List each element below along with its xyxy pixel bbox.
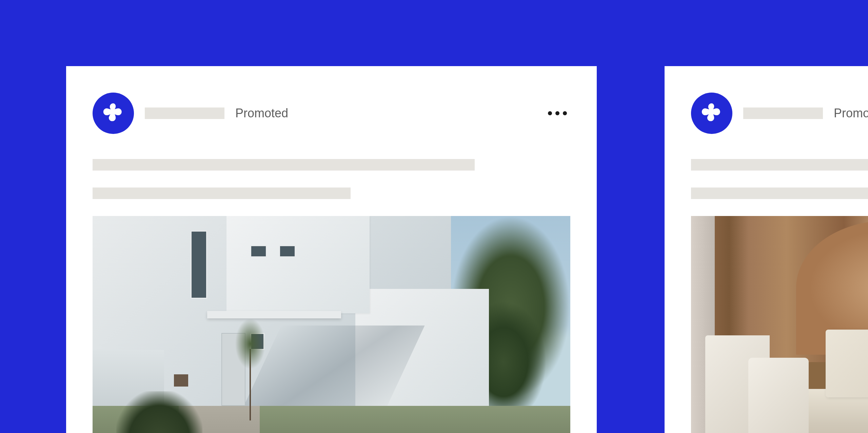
advertiser-avatar[interactable] xyxy=(691,93,732,134)
text-line-placeholder xyxy=(93,188,351,199)
post-body-placeholder xyxy=(665,134,868,199)
text-line-placeholder xyxy=(691,188,868,199)
post-body-placeholder xyxy=(66,134,597,199)
advertiser-avatar[interactable] xyxy=(93,93,134,134)
post-image[interactable] xyxy=(93,216,570,433)
promoted-label: Promoted xyxy=(834,106,868,120)
card-header: Promoted xyxy=(665,66,868,134)
text-line-placeholder xyxy=(691,159,868,171)
card-header: Promoted xyxy=(66,66,597,134)
advertiser-name-placeholder xyxy=(145,107,224,119)
logo-x-icon xyxy=(700,101,724,125)
more-options-icon[interactable] xyxy=(548,111,570,115)
post-image[interactable] xyxy=(691,216,868,433)
promoted-card: Promoted xyxy=(665,66,868,433)
text-line-placeholder xyxy=(93,159,475,171)
promoted-card: Promoted xyxy=(66,66,597,433)
promoted-label: Promoted xyxy=(235,106,288,120)
logo-x-icon xyxy=(101,101,125,125)
advertiser-name-placeholder xyxy=(743,107,823,119)
